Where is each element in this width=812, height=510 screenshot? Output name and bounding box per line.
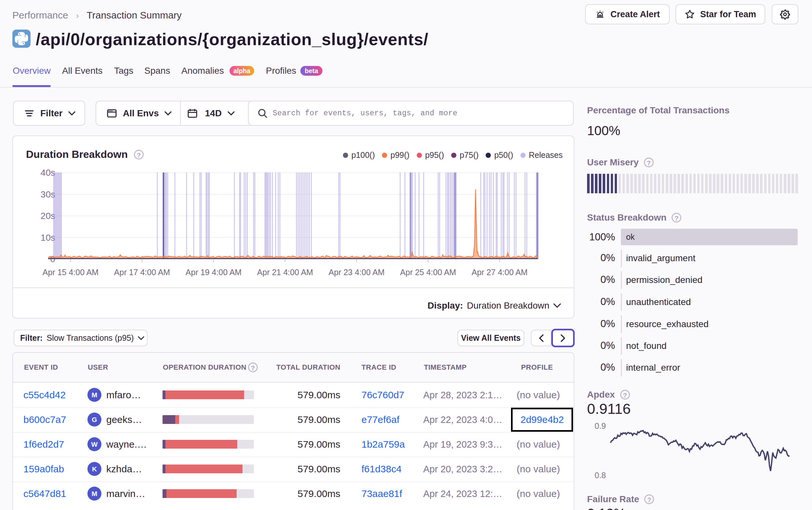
svg-text:Apr 17 4:00 AM: Apr 17 4:00 AM [114,268,170,277]
svg-text:Apr 25 4:00 AM: Apr 25 4:00 AM [400,268,456,277]
svg-text:Apr 19 4:00 AM: Apr 19 4:00 AM [185,268,241,277]
svg-text:Apr 23 4:00 AM: Apr 23 4:00 AM [329,268,384,277]
svg-text:10s: 10s [40,233,55,243]
svg-text:Apr 21 4:00 AM: Apr 21 4:00 AM [257,268,313,277]
svg-text:30s: 30s [40,189,55,200]
svg-text:Apr 27 4:00 AM: Apr 27 4:00 AM [472,268,528,277]
svg-text:0.8: 0.8 [594,471,606,480]
svg-text:Apr 15 4:00 AM: Apr 15 4:00 AM [42,268,98,277]
svg-text:40s: 40s [40,168,55,178]
svg-text:0.9: 0.9 [594,421,606,430]
svg-text:20s: 20s [40,211,55,221]
